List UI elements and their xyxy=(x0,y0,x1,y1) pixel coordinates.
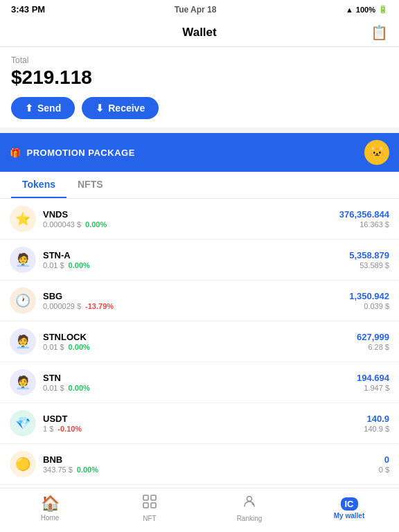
token-item-sbg[interactable]: 🕐 SBG 0.000029 $ -13.79% 1,350.942 0.039… xyxy=(0,281,399,321)
token-item-stnlock[interactable]: 🧑‍💼 STNLOCK 0.01 $ 0.00% 627,999 6.28 $ xyxy=(0,321,399,362)
token-info-vnds: VNDS 0.000043 $ 0.00% xyxy=(43,209,339,229)
tabs-section: Tokens NFTS xyxy=(0,172,399,199)
token-icon-stnlock: 🧑‍💼 xyxy=(10,328,36,355)
tab-tokens[interactable]: Tokens xyxy=(11,172,66,198)
status-date: Tue Apr 18 xyxy=(45,5,346,15)
promo-banner[interactable]: 🎁 PROMOTION PACKAGE 🐱 xyxy=(0,133,399,172)
battery-label: 100% xyxy=(356,6,375,14)
promo-label: PROMOTION PACKAGE xyxy=(27,148,135,158)
receive-button[interactable]: ⬇ Receive xyxy=(82,97,159,119)
token-change-vnds: 0.00% xyxy=(85,220,107,229)
status-bar: 3:43 PM Tue Apr 18 ▲ 100% 🔋 xyxy=(0,0,399,19)
token-list: ⭐ VNDS 0.000043 $ 0.00% 376,356.844 16.3… xyxy=(0,199,399,526)
bottom-nav: 🏠 Home NFT Ranking IC My wallet xyxy=(0,488,399,532)
token-value-usdt: 140.9 $ xyxy=(364,425,389,433)
status-icons: ▲ 100% 🔋 xyxy=(346,5,388,14)
token-icon-stn: 🧑‍💼 xyxy=(10,369,36,396)
ranking-icon xyxy=(242,494,257,513)
token-item-vnds[interactable]: ⭐ VNDS 0.000043 $ 0.00% 376,356.844 16.3… xyxy=(0,199,399,240)
token-value-stnlock: 6.28 $ xyxy=(357,343,389,351)
nft-icon xyxy=(142,494,157,513)
wifi-icon: ▲ xyxy=(346,6,353,14)
token-item-bnb[interactable]: 🟡 BNB 343.75 $ 0.00% 0 0 $ xyxy=(0,444,399,485)
nav-item-ranking[interactable]: Ranking xyxy=(200,494,299,522)
send-button[interactable]: ⬆ Send xyxy=(11,97,75,119)
token-item-usdt[interactable]: 💎 USDT 1 $ -0.10% 140.9 140.9 $ xyxy=(0,403,399,444)
token-change-usdt: -0.10% xyxy=(57,425,82,433)
token-item-stn[interactable]: 🧑‍💼 STN 0.01 $ 0.00% 194.694 1.947 $ xyxy=(0,362,399,403)
wallet-amount: $219.118 xyxy=(11,66,388,89)
token-price-bnb: 343.75 $ xyxy=(43,466,73,474)
token-change-stn: 0.00% xyxy=(69,384,90,392)
token-price-vnds: 0.000043 $ xyxy=(43,220,81,229)
token-amount-stn-a: 5,358.879 xyxy=(349,250,389,260)
token-info-stn: STN 0.01 $ 0.00% xyxy=(43,373,357,392)
nav-label-home: Home xyxy=(41,514,60,522)
status-time: 3:43 PM xyxy=(11,4,45,15)
document-icon[interactable]: 📋 xyxy=(371,24,388,41)
token-name-bnb: BNB xyxy=(43,454,379,465)
token-value-stn: 1.947 $ xyxy=(357,384,389,392)
promo-avatar: 🐱 xyxy=(364,140,389,165)
promo-text: 🎁 PROMOTION PACKAGE xyxy=(10,148,135,158)
token-info-stnlock: STNLOCK 0.01 $ 0.00% xyxy=(43,332,357,351)
svg-rect-1 xyxy=(151,495,156,500)
token-price-stn: 0.01 $ xyxy=(43,384,64,392)
nav-label-nft: NFT xyxy=(143,515,156,522)
token-value-bnb: 0 $ xyxy=(379,466,389,474)
token-info-usdt: USDT 1 $ -0.10% xyxy=(43,414,364,433)
svg-rect-3 xyxy=(151,503,156,508)
gift-icon: 🎁 xyxy=(10,148,21,158)
wallet-icon: IC xyxy=(341,497,358,511)
svg-point-4 xyxy=(247,497,252,502)
token-name-stn: STN xyxy=(43,373,357,383)
token-right-stn: 194.694 1.947 $ xyxy=(357,373,389,392)
token-amount-stn: 194.694 xyxy=(357,373,389,383)
page-title: Wallet xyxy=(182,26,216,39)
token-right-stnlock: 627,999 6.28 $ xyxy=(357,332,389,351)
token-name-vnds: VNDS xyxy=(43,209,339,220)
nav-label-wallet: My wallet xyxy=(334,512,364,520)
token-right-stn-a: 5,358.879 53.589 $ xyxy=(349,250,389,269)
header: Wallet 📋 xyxy=(0,19,399,47)
token-price-sbg: 0.000029 $ xyxy=(43,302,81,310)
token-info-bnb: BNB 343.75 $ 0.00% xyxy=(43,454,379,474)
token-change-stnlock: 0.00% xyxy=(69,343,90,351)
token-amount-stnlock: 627,999 xyxy=(357,332,389,342)
token-change-stn-a: 0.00% xyxy=(69,261,90,269)
token-change-bnb: 0.00% xyxy=(77,466,98,474)
token-amount-usdt: 140.9 xyxy=(364,414,389,424)
token-right-bnb: 0 0 $ xyxy=(379,454,389,474)
token-price-stn-a: 0.01 $ xyxy=(43,261,64,269)
token-change-sbg: -13.79% xyxy=(85,302,114,310)
token-icon-stn-a: 🧑‍💼 xyxy=(10,247,36,273)
token-price-stnlock: 0.01 $ xyxy=(43,343,64,351)
token-info-stn-a: STN-A 0.01 $ 0.00% xyxy=(43,250,349,269)
wallet-label: Total xyxy=(11,55,388,65)
token-icon-vnds: ⭐ xyxy=(10,206,36,232)
nav-item-wallet[interactable]: IC My wallet xyxy=(299,497,399,520)
token-info-sbg: SBG 0.000029 $ -13.79% xyxy=(43,291,349,310)
token-value-sbg: 0.039 $ xyxy=(349,302,389,310)
token-icon-usdt: 💎 xyxy=(10,410,36,436)
token-value-stn-a: 53.589 $ xyxy=(349,261,389,269)
svg-rect-2 xyxy=(143,503,148,508)
token-right-usdt: 140.9 140.9 $ xyxy=(364,414,389,433)
token-item-stn-a[interactable]: 🧑‍💼 STN-A 0.01 $ 0.00% 5,358.879 53.589 … xyxy=(0,240,399,281)
wallet-section: Total $219.118 ⬆ Send ⬇ Receive xyxy=(0,47,399,127)
token-amount-bnb: 0 xyxy=(379,454,389,465)
nav-item-nft[interactable]: NFT xyxy=(100,494,200,522)
battery-icon: 🔋 xyxy=(378,5,388,14)
token-icon-bnb: 🟡 xyxy=(10,451,36,477)
token-right-sbg: 1,350.942 0.039 $ xyxy=(349,291,389,310)
send-label: Send xyxy=(37,103,61,114)
nav-item-home[interactable]: 🏠 Home xyxy=(0,495,100,522)
token-amount-sbg: 1,350.942 xyxy=(349,291,389,301)
send-icon: ⬆ xyxy=(25,103,33,114)
token-amount-vnds: 376,356.844 xyxy=(339,209,389,220)
tab-nfts[interactable]: NFTS xyxy=(66,172,114,198)
action-buttons: ⬆ Send ⬇ Receive xyxy=(11,97,388,119)
token-name-stnlock: STNLOCK xyxy=(43,332,357,342)
token-name-sbg: SBG xyxy=(43,291,349,301)
receive-icon: ⬇ xyxy=(96,103,104,114)
